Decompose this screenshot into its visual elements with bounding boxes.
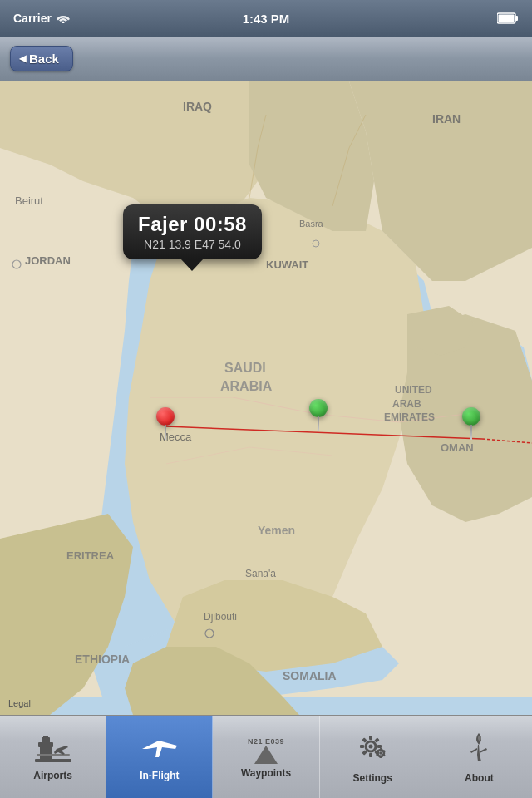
- svg-text:Sana'a: Sana'a: [245, 568, 276, 579]
- svg-text:SOMALIA: SOMALIA: [283, 669, 337, 682]
- svg-text:Djibouti: Djibouti: [204, 611, 237, 623]
- pin-head-green-2: [462, 407, 480, 426]
- svg-text:ERITREA: ERITREA: [66, 549, 115, 562]
- pin-green-saudi[interactable]: [309, 399, 328, 431]
- svg-text:KUWAIT: KUWAIT: [266, 259, 308, 271]
- svg-text:EMIRATES: EMIRATES: [384, 411, 435, 423]
- pin-needle-green-2: [470, 425, 472, 440]
- about-icon: [466, 732, 491, 769]
- svg-text:IRAQ: IRAQ: [183, 100, 212, 113]
- tooltip-coords: N21 13.9 E47 54.0: [138, 238, 247, 251]
- svg-rect-39: [377, 745, 382, 748]
- inflight-label: In-Flight: [140, 770, 179, 781]
- tab-waypoints[interactable]: N21 E039 Waypoints: [213, 716, 319, 798]
- map-area: IRAQ IRAN Beirut JORDAN Basra KUWAIT SAU…: [0, 81, 532, 715]
- waypoints-label: Waypoints: [241, 767, 291, 779]
- svg-text:Beirut: Beirut: [15, 195, 43, 207]
- svg-text:ARAB: ARAB: [392, 398, 421, 410]
- svg-rect-3: [499, 15, 515, 22]
- map-svg: IRAQ IRAN Beirut JORDAN Basra KUWAIT SAU…: [0, 81, 532, 715]
- time-label: 1:43 PM: [243, 12, 290, 26]
- status-bar: Carrier 1:43 PM: [0, 0, 532, 37]
- svg-text:SAUDI: SAUDI: [224, 361, 266, 375]
- pin-needle-red: [165, 425, 166, 440]
- airports-label: Airports: [33, 770, 72, 781]
- svg-point-0: [62, 22, 64, 24]
- tab-about[interactable]: About: [426, 716, 532, 798]
- pin-red-mecca[interactable]: [156, 407, 175, 440]
- svg-text:ARABIA: ARABIA: [220, 379, 273, 393]
- pin-green-uae[interactable]: [462, 407, 480, 440]
- navigation-bar: Back: [0, 37, 532, 81]
- svg-rect-29: [40, 746, 52, 761]
- svg-rect-47: [380, 748, 382, 751]
- tab-inflight[interactable]: In-Flight: [106, 716, 213, 798]
- settings-icon: [356, 732, 389, 769]
- waypoints-sublabel: N21 E039: [248, 737, 284, 746]
- svg-point-36: [369, 745, 373, 749]
- carrier-label: Carrier: [13, 12, 70, 25]
- svg-rect-2: [515, 16, 518, 21]
- svg-text:JORDAN: JORDAN: [25, 254, 71, 267]
- airports-icon: [35, 734, 71, 766]
- tab-settings[interactable]: Settings: [320, 716, 426, 798]
- pin-needle-green-1: [318, 416, 319, 431]
- waypoints-icon-wrap: N21 E039: [248, 737, 284, 764]
- tooltip-title: Fajer 00:58: [138, 213, 247, 236]
- battery-indicator: [497, 12, 519, 24]
- svg-rect-37: [369, 736, 372, 740]
- svg-rect-34: [37, 754, 70, 756]
- svg-text:Yemen: Yemen: [258, 524, 295, 537]
- back-button[interactable]: Back: [10, 46, 73, 71]
- svg-text:Basra: Basra: [299, 219, 324, 229]
- svg-rect-33: [35, 759, 71, 762]
- svg-rect-50: [380, 756, 382, 759]
- svg-text:IRAN: IRAN: [432, 112, 461, 126]
- svg-rect-43: [360, 745, 364, 748]
- svg-point-46: [379, 751, 382, 755]
- waypoints-triangle: [254, 746, 278, 764]
- svg-point-53: [478, 736, 481, 741]
- tab-bar: Airports In-Flight N21 E039 Waypoints: [0, 715, 532, 798]
- pin-head-red: [156, 407, 175, 426]
- tab-airports[interactable]: Airports: [0, 716, 106, 798]
- svg-rect-32: [43, 736, 48, 739]
- legal-text: Legal: [8, 698, 31, 708]
- svg-text:ETHIOPIA: ETHIOPIA: [75, 653, 130, 666]
- settings-label: Settings: [353, 772, 392, 784]
- svg-text:UNITED: UNITED: [395, 384, 432, 396]
- svg-rect-41: [369, 753, 372, 757]
- location-tooltip: Fajer 00:58 N21 13.9 E47 54.0: [123, 204, 262, 259]
- wifi-icon: [57, 13, 70, 23]
- svg-text:OMAN: OMAN: [441, 441, 474, 454]
- pin-head-green-1: [309, 399, 328, 417]
- about-label: About: [465, 772, 494, 784]
- inflight-icon: [139, 734, 180, 766]
- battery-icon: [497, 12, 519, 24]
